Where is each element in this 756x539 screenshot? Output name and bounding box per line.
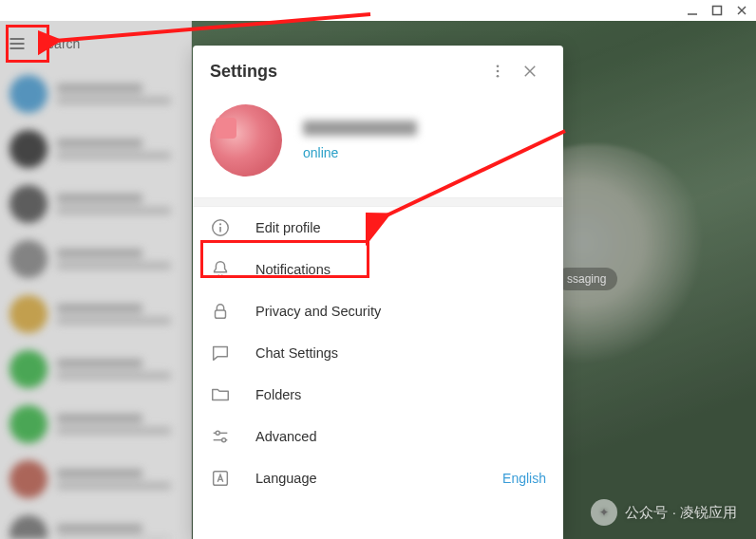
profile-name-redacted	[303, 121, 417, 136]
sliders-icon	[210, 426, 231, 447]
lock-icon	[210, 301, 231, 322]
svg-point-19	[222, 438, 226, 442]
settings-row-label: Privacy and Security	[255, 304, 546, 319]
language-icon	[210, 468, 231, 489]
section-divider	[193, 197, 563, 207]
settings-header: Settings	[193, 46, 563, 97]
svg-point-7	[497, 65, 500, 67]
settings-row-notifications[interactable]: Notifications	[193, 249, 563, 290]
settings-title: Settings	[210, 62, 482, 82]
watermark-text: 公众号 · 凌锐应用	[625, 504, 737, 522]
window-controls	[678, 0, 756, 21]
settings-row-chat-settings[interactable]: Chat Settings	[193, 332, 563, 374]
settings-row-label: Advanced	[255, 429, 546, 444]
settings-row-folders[interactable]: Folders	[193, 374, 563, 416]
settings-more-button[interactable]	[482, 55, 514, 87]
folder-icon	[210, 384, 231, 405]
settings-list: Edit profile Notifications Privacy and S…	[193, 207, 563, 539]
settings-row-advanced[interactable]: Advanced	[193, 416, 563, 457]
settings-row-privacy[interactable]: Privacy and Security	[193, 290, 563, 332]
svg-point-17	[216, 431, 219, 435]
settings-row-label: Edit profile	[255, 220, 546, 235]
info-icon	[210, 217, 231, 238]
window-minimize-button[interactable]	[686, 4, 699, 17]
window-maximize-button[interactable]	[710, 4, 724, 17]
settings-row-language[interactable]: Language English	[193, 457, 563, 499]
profile-block[interactable]: online	[193, 97, 563, 197]
bell-icon	[210, 259, 231, 280]
svg-point-9	[497, 75, 500, 78]
svg-rect-1	[713, 7, 722, 15]
svg-rect-15	[216, 310, 226, 318]
chat-icon	[210, 343, 231, 363]
more-vertical-icon	[489, 63, 506, 80]
svg-point-8	[497, 70, 500, 73]
settings-close-button[interactable]	[514, 55, 546, 87]
settings-row-edit-profile[interactable]: Edit profile	[193, 207, 563, 249]
close-icon	[521, 63, 539, 80]
watermark: ✦ 公众号 · 凌锐应用	[591, 499, 737, 526]
watermark-icon: ✦	[591, 499, 617, 526]
settings-row-value: English	[502, 471, 546, 486]
profile-avatar[interactable]	[210, 104, 282, 177]
settings-row-label: Notifications	[255, 262, 546, 277]
settings-row-label: Folders	[255, 387, 546, 402]
profile-status: online	[303, 145, 417, 160]
svg-point-13	[219, 223, 221, 225]
profile-texts: online	[303, 121, 417, 160]
settings-row-label: Language	[255, 471, 478, 486]
settings-dialog: Settings online Edit profile	[193, 46, 563, 539]
window-close-button[interactable]	[735, 4, 748, 17]
settings-row-label: Chat Settings	[255, 345, 546, 361]
